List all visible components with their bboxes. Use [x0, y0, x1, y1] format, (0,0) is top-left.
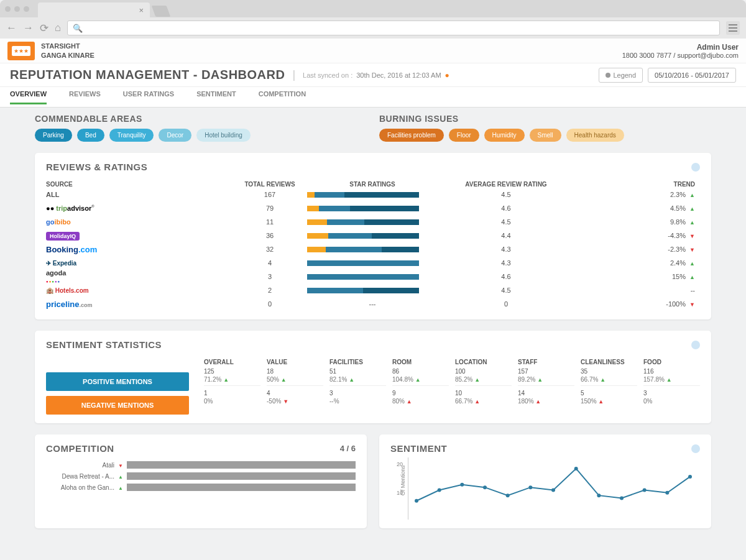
total-reviews: 4	[233, 259, 307, 267]
app-header: ★★★ STARSIGHT GANGA KINARE Admin User 18…	[0, 39, 746, 63]
star-ratings-bar	[307, 206, 438, 211]
col-stars: STAR RATINGS	[307, 181, 438, 188]
reload-icon[interactable]: ⟳	[40, 22, 48, 35]
total-reviews: 11	[233, 218, 307, 226]
avg-rating: 4.6	[438, 273, 574, 280]
y-tick: 10	[397, 490, 403, 496]
star-ratings-bar	[307, 260, 438, 266]
competition-title: COMPETITION	[46, 443, 114, 454]
source-goibibo: goibibo	[46, 218, 233, 226]
avg-rating: 4.3	[438, 259, 574, 267]
browser-chrome: × ← → ⟳ ⌂ 🔍	[0, 0, 746, 39]
tab-reviews[interactable]: REVIEWS	[69, 90, 101, 104]
tab-competition[interactable]: COMPETITION	[259, 90, 306, 104]
review-row: HolidayIQ364.4-4.3% ▼	[46, 229, 700, 242]
back-icon[interactable]: ←	[6, 22, 17, 35]
source-agoda: agoda●●●●●	[46, 269, 233, 284]
info-icon[interactable]	[691, 444, 700, 453]
avg-rating: 4.3	[438, 246, 574, 253]
competition-row: Atali▼	[46, 461, 356, 469]
avg-rating: 4.4	[438, 232, 574, 239]
info-icon[interactable]	[691, 163, 700, 172]
svg-point-4	[506, 493, 510, 497]
date-range-picker[interactable]: 05/10/2016 - 05/01/2017	[648, 68, 736, 83]
source-tripadvisor: ●● tripadvisor®	[46, 204, 233, 212]
close-icon[interactable]: ×	[139, 6, 144, 15]
commendable-title: COMMENDABLE AREAS	[35, 114, 367, 124]
tab-user-ratings[interactable]: USER RATINGS	[123, 90, 174, 104]
avg-rating: 4.5	[438, 287, 574, 294]
pill-humidity[interactable]: Humidity	[484, 129, 525, 142]
pill-parking[interactable]: Parking	[35, 129, 72, 142]
sentiment-col-overall: OVERALL12571.2% ▲10%	[204, 359, 260, 415]
trend-value: 4.5% ▲	[574, 204, 700, 212]
pill-decor[interactable]: Decor	[159, 129, 191, 142]
browser-tab[interactable]: ×	[38, 2, 150, 17]
competition-row: Dewa Retreat - A...▲	[46, 472, 356, 480]
search-icon: 🔍	[73, 24, 83, 33]
avg-rating: 4.5	[438, 218, 574, 226]
svg-point-11	[665, 491, 669, 495]
url-input[interactable]: 🔍	[67, 21, 720, 35]
col-source: SOURCE	[46, 181, 233, 188]
pill-tranquility[interactable]: Tranquility	[109, 129, 154, 142]
pill-smell[interactable]: Smell	[530, 129, 561, 142]
sentiment-line-chart: Of Mentions 20 10	[390, 457, 700, 520]
pill-hotel-building[interactable]: Hotel building	[196, 129, 251, 142]
warning-icon[interactable]: ●	[445, 71, 449, 80]
col-trend: TREND	[574, 181, 700, 188]
svg-point-0	[415, 499, 418, 503]
legend-button[interactable]: Legend	[599, 68, 643, 83]
sentiment-col-room: ROOM86104.8% ▲980% ▲	[392, 359, 449, 415]
menu-icon[interactable]	[726, 21, 740, 35]
review-row: Booking.com324.3-2.3% ▼	[46, 242, 700, 256]
source-expedia: ✈ Expedia	[46, 259, 233, 267]
y-tick: 20	[397, 461, 403, 467]
review-row: goibibo114.59.8% ▲	[46, 215, 700, 229]
source-holidayiq: HolidayIQ	[46, 232, 233, 239]
trend-value: -2.3% ▼	[574, 246, 700, 253]
svg-point-3	[483, 485, 487, 489]
svg-point-10	[643, 489, 647, 492]
star-ratings-bar	[307, 233, 438, 239]
burning-issues: BURNING ISSUES Facilities problemFloorHu…	[379, 114, 711, 142]
nav-icons: ← → ⟳ ⌂	[6, 22, 61, 35]
tab-overview[interactable]: OVERVIEW	[10, 90, 47, 104]
info-icon[interactable]	[691, 341, 700, 349]
tab-sentiment[interactable]: SENTIMENT	[196, 90, 236, 104]
commendable-areas: COMMENDABLE AREAS ParkingBedTranquilityD…	[35, 114, 367, 142]
total-reviews: 3	[233, 273, 307, 280]
svg-point-8	[597, 493, 601, 497]
home-icon[interactable]: ⌂	[55, 22, 61, 35]
star-ratings-bar	[307, 288, 438, 293]
trend-value: 9.8% ▲	[574, 218, 700, 226]
property-name: GANGA KINARE	[41, 51, 94, 60]
trend-value: 15% ▲	[574, 273, 700, 280]
sentiment-col-staff: STAFF15789.2% ▲14180% ▲	[518, 359, 574, 415]
forward-icon[interactable]: →	[23, 22, 34, 35]
svg-point-7	[574, 467, 578, 470]
review-row: ●● tripadvisor®794.64.5% ▲	[46, 201, 700, 215]
reviews-ratings-card: REVIEWS & RATINGS SOURCE TOTAL REVIEWS S…	[35, 153, 711, 319]
reviews-title: REVIEWS & RATINGS	[46, 162, 147, 172]
page-title-row: REPUTATION MANAGEMENT - DASHBOARD | Last…	[0, 63, 746, 87]
sync-date: 30th Dec, 2016 at 12:03 AM	[356, 71, 441, 79]
total-reviews: 79	[233, 204, 307, 212]
separator: |	[292, 68, 295, 81]
pill-health-hazards[interactable]: Health hazards	[566, 129, 624, 142]
org-info: STARSIGHT GANGA KINARE	[41, 42, 94, 60]
pill-floor[interactable]: Floor	[449, 129, 479, 142]
sentiment-col-cleanliness: CLEANLINESS3566.7% ▲5150% ▲	[581, 359, 637, 415]
pill-bed[interactable]: Bed	[77, 129, 104, 142]
sentiment-stats-card: SENTIMENT STATISTICS POSITIVE MENTIONS N…	[35, 331, 711, 423]
new-tab-button[interactable]	[152, 6, 171, 17]
total-reviews: 36	[233, 232, 307, 239]
positive-mentions-button[interactable]: POSITIVE MENTIONS	[46, 372, 189, 391]
window-controls[interactable]	[5, 6, 29, 12]
competition-card: COMPETITION 4 / 6 Atali▼Dewa Retreat - A…	[35, 434, 367, 528]
source-hotels.com: 🏨 Hotels.com	[46, 287, 233, 294]
sentiment-chart-title: SENTIMENT	[390, 443, 447, 454]
pill-facilities-problem[interactable]: Facilities problem	[379, 129, 444, 142]
negative-mentions-button[interactable]: NEGATIVE MENTIONS	[46, 396, 189, 415]
app-logo[interactable]: ★★★	[7, 42, 35, 60]
